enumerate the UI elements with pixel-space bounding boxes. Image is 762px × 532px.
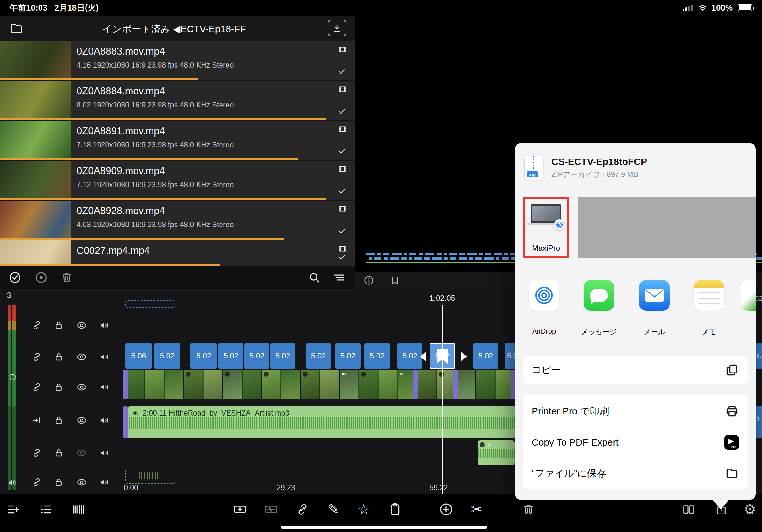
timeline-purple-clip[interactable] [413, 370, 418, 399]
edit-button[interactable]: ✎ [326, 501, 342, 517]
lock-icon[interactable] [53, 320, 64, 331]
lock-icon[interactable] [53, 382, 64, 393]
airdrop-target-maxipro[interactable]: MaxiPro [523, 197, 569, 258]
app-notes[interactable] [694, 280, 724, 311]
add-track-button[interactable] [5, 501, 21, 517]
add-button[interactable] [438, 501, 454, 517]
eye-icon[interactable] [76, 382, 87, 393]
lock-icon[interactable] [53, 477, 64, 488]
link-icon[interactable] [31, 352, 42, 362]
timeline-audio-clip-2[interactable] [478, 440, 515, 465]
audio-clip-button[interactable] [263, 501, 279, 517]
timeline-purple-clip[interactable] [123, 370, 128, 399]
library-title[interactable]: インポート済み ◀ECTV-Ep18-FF [29, 23, 319, 36]
link-icon[interactable] [31, 382, 42, 393]
eye-icon[interactable] [76, 477, 87, 488]
timeline-thumbnail[interactable] [320, 370, 339, 399]
clipboard-button[interactable] [387, 501, 403, 517]
clip-row[interactable]: 0Z0A8928.mov.mp44.03 1920x1080 16:9 23.9… [0, 201, 354, 239]
link-button[interactable] [294, 501, 311, 517]
timeline-thumbnail[interactable] [418, 370, 436, 399]
timeline-thumbnail[interactable] [242, 370, 261, 399]
app-airdrop[interactable] [529, 280, 559, 311]
timeline-purple-clip[interactable] [510, 370, 515, 399]
speaker-icon[interactable] [99, 352, 110, 362]
timeline-video-clip[interactable]: 5.02 [190, 343, 217, 369]
speaker-icon[interactable] [99, 382, 110, 393]
cut-button[interactable]: ✂ [469, 501, 485, 517]
action-save-to-files[interactable]: “ファイル”に保存 [523, 458, 748, 489]
folder-icon[interactable] [10, 21, 24, 35]
overview-button[interactable] [681, 501, 697, 517]
clip-row[interactable]: 0Z0A8883.mov.mp44.16 1920x1080 16:9 23.9… [0, 41, 354, 80]
timeline-video-clip[interactable]: 5.02 [335, 343, 360, 369]
speaker-icon[interactable] [99, 477, 110, 488]
timeline-thumbnail[interactable] [378, 370, 398, 399]
timeline-purple-clip[interactable] [123, 406, 128, 438]
trim-handle-right[interactable] [461, 352, 467, 362]
select-all-icon[interactable] [8, 271, 22, 284]
timeline-audio-clip[interactable]: 2:00.11 HittheRoad_by_VESHZA_Artlist.mp3 [127, 406, 539, 438]
timeline-video-clip[interactable]: 5.02 [154, 343, 180, 369]
timeline-thumbnail[interactable] [281, 370, 300, 399]
timeline-video-clip[interactable]: 5.06 [125, 343, 152, 369]
speaker-icon[interactable] [99, 415, 110, 426]
meter-knob[interactable] [10, 374, 16, 380]
timeline-video-clip[interactable]: 5.02 [397, 343, 422, 369]
timeline-thumbnail[interactable] [262, 370, 281, 399]
marker-icon[interactable] [390, 275, 401, 286]
sort-icon[interactable] [333, 271, 346, 284]
timeline-thumbnail[interactable] [476, 370, 495, 399]
clip-row[interactable]: 0Z0A8891.mov.mp47.18 1920x1080 16:9 23.9… [0, 121, 354, 160]
frame-ruler-button[interactable] [71, 501, 87, 517]
timeline-thumbnail[interactable] [125, 370, 145, 399]
search-icon[interactable] [308, 271, 321, 284]
trash-icon[interactable] [60, 271, 73, 284]
eye-dim-icon[interactable] [76, 447, 87, 458]
lock-icon[interactable] [53, 447, 64, 458]
timeline-video-clip[interactable]: 5.02 [473, 343, 498, 369]
lock-icon[interactable] [53, 352, 64, 362]
timeline-video-clip[interactable]: 5.02 [270, 343, 295, 369]
link-icon[interactable] [31, 447, 42, 458]
timeline-thumbnail[interactable] [340, 370, 359, 399]
timeline-video-clip[interactable]: 5.02 [244, 343, 269, 369]
delete-button[interactable] [520, 501, 536, 517]
timeline-thumbnail[interactable] [359, 370, 378, 399]
action-printer-pro[interactable]: Printer Pro で印刷 [523, 395, 748, 427]
timeline-thumbnail[interactable] [145, 370, 164, 399]
lock-icon[interactable] [53, 415, 64, 426]
eye-icon[interactable] [76, 320, 87, 331]
timeline-thumbnail[interactable] [223, 370, 242, 399]
record-icon[interactable] [35, 271, 48, 284]
timeline-video-clip[interactable]: 5.02 [364, 343, 390, 369]
link-icon[interactable] [31, 320, 42, 331]
timeline-video-clip[interactable]: 5.02 [306, 343, 331, 369]
link-icon[interactable] [31, 477, 42, 488]
timeline-video-clip[interactable]: 5.02 [218, 343, 244, 369]
playhead[interactable] [442, 304, 443, 495]
clip-row[interactable]: 0Z0A8909.mov.mp47.12 1920x1080 16:9 23.9… [0, 161, 354, 200]
eye-icon[interactable] [76, 352, 87, 362]
home-indicator[interactable] [281, 526, 487, 529]
timeline-thumbnail[interactable] [184, 370, 203, 399]
app-messages[interactable] [584, 280, 614, 311]
app-partial[interactable] [741, 280, 756, 311]
speaker-icon[interactable] [99, 447, 110, 458]
favorite-button[interactable]: ☆ [356, 501, 372, 517]
clip-row[interactable]: C0027.mp4.mp4 [0, 240, 354, 266]
timeline-thumbnail[interactable] [164, 370, 184, 399]
eye-icon[interactable] [76, 415, 87, 426]
timeline-thumbnail[interactable] [301, 370, 320, 399]
import-button[interactable] [328, 20, 346, 36]
timeline-thumbnail[interactable] [456, 370, 476, 399]
app-mail[interactable] [639, 280, 670, 311]
step-icon[interactable] [31, 415, 42, 426]
timeline-thumbnail[interactable] [203, 370, 222, 399]
settings-button[interactable]: ⚙ [742, 501, 758, 517]
action-pdf-expert[interactable]: Copy To PDF Expert PDF [523, 427, 748, 458]
speaker-icon[interactable] [7, 478, 17, 488]
timeline-purple-clip[interactable] [453, 370, 458, 399]
clip-row[interactable]: 0Z0A8884.mov.mp48.02 1920x1080 16:9 23.9… [0, 81, 354, 120]
track-list-button[interactable] [38, 501, 54, 517]
